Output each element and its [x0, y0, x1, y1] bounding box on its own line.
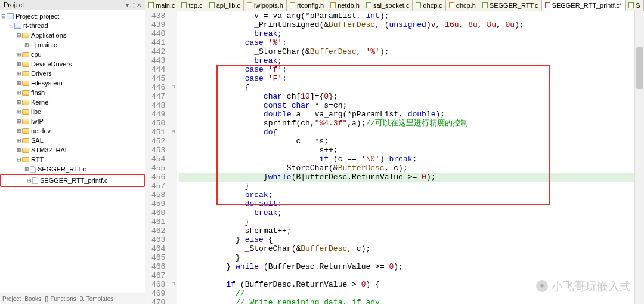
file-icon	[148, 2, 154, 8]
editor-tab[interactable]: tcp.c	[178, 0, 206, 11]
tree-item-label: Applications	[31, 32, 66, 39]
code-line[interactable]: }	[179, 182, 634, 191]
code-line[interactable]	[179, 271, 634, 280]
code-line[interactable]: default:	[179, 199, 634, 208]
file-icon	[416, 2, 421, 8]
code-line[interactable]: // Write remaining data, if any	[179, 298, 634, 304]
tab-functions[interactable]: {} Functions	[45, 296, 76, 302]
tree-item-label: SAL	[31, 137, 44, 144]
file-icon	[181, 2, 187, 8]
code-area: 4384394404414424434444454464474484494504…	[145, 11, 644, 304]
tree-item[interactable]: ⊞netdev	[0, 126, 145, 136]
sidebar-close-icon[interactable]: ✕	[137, 2, 141, 8]
code-line[interactable]: sprintf(ch,"%4.3f",a);//可以在这里进行精度的控制	[179, 119, 634, 128]
tree-item[interactable]: ⊞Filesystem	[0, 78, 145, 88]
code-line[interactable]: v = va_arg(*pParamList, int);	[179, 11, 634, 20]
sidebar-header: Project ▾ ⬚ ✕	[0, 0, 145, 10]
tree-item[interactable]: ⊟Applications	[0, 30, 145, 40]
tree-item-label: netdev	[31, 127, 51, 134]
code-line[interactable]: _PrintUnsigned(&BufferDesc, (unsigned)v,…	[179, 20, 634, 29]
editor-tab[interactable]: SEGGER_RTT.c	[479, 0, 542, 11]
tree-item[interactable]: ⊟RTT	[0, 155, 145, 164]
fold-gutter[interactable]: ⊟⊟⊟	[169, 11, 177, 304]
tree-item[interactable]: ⊞SEGGER_RTT.c	[0, 164, 145, 174]
editor-tabbar[interactable]: main.ctcp.capi_lib.clwipopts.hrtconfig.h…	[145, 0, 644, 11]
code-line[interactable]: if (BufferDesc.ReturnValue > 0) {	[179, 280, 634, 289]
sidebar-pin-icon[interactable]: ⬚	[130, 2, 135, 8]
tree-item[interactable]: ⊞main.c	[0, 40, 145, 50]
tree-item[interactable]: ⊟rt-thread	[0, 21, 145, 30]
code-line[interactable]: if (c == '\0') break;	[179, 155, 634, 164]
code-line[interactable]: break;	[179, 56, 634, 65]
code-line[interactable]: //	[179, 289, 634, 298]
code-line[interactable]: s++;	[179, 146, 634, 155]
editor-pane: main.ctcp.capi_lib.clwipopts.hrtconfig.h…	[145, 0, 644, 304]
file-icon	[449, 2, 454, 8]
code-line[interactable]: case 'F':	[179, 74, 634, 83]
editor-tab[interactable]: S	[626, 0, 643, 11]
tree-item-label: SEGGER_RTT.c	[38, 165, 86, 173]
tree-item[interactable]: ⊞finsh	[0, 88, 145, 97]
file-icon	[209, 2, 215, 8]
tree-item-label: STM32_HAL	[31, 146, 69, 153]
editor-tab[interactable]: SEGGER_RTT_printf.c*	[542, 0, 626, 11]
code-line[interactable]: {	[179, 83, 634, 92]
file-icon	[247, 2, 252, 8]
editor-tab[interactable]: dhcp.h	[446, 0, 479, 11]
tree-item[interactable]: ⊞Drivers	[0, 69, 145, 78]
tree-item-label: Project: project	[16, 13, 59, 20]
code-line[interactable]: c = *s;	[179, 137, 634, 146]
tree-item[interactable]: ⊟Project: project	[0, 11, 145, 21]
sidebar-dropdown-icon[interactable]: ▾	[126, 2, 129, 8]
code-line[interactable]: } else {	[179, 235, 634, 244]
code-line[interactable]: }while(B|ufferDesc.ReturnValue >= 0);	[179, 173, 634, 182]
editor-tab[interactable]: api_lib.c	[206, 0, 244, 11]
code-line[interactable]: const char * s=ch;	[179, 101, 634, 110]
code-line[interactable]: _StoreChar(&BufferDesc, c);	[179, 164, 634, 173]
code-line[interactable]: } while (BufferDesc.ReturnValue >= 0);	[179, 262, 634, 271]
tree-item[interactable]: ⊞lwIP	[0, 116, 145, 126]
file-icon	[628, 2, 634, 8]
file-icon	[482, 2, 488, 8]
editor-tab[interactable]: dhcp.c	[413, 0, 445, 11]
code-line[interactable]: _StoreChar(&BufferDesc, c);	[179, 244, 634, 253]
editor-tab[interactable]: lwipopts.h	[244, 0, 287, 11]
code-line[interactable]: break;	[179, 208, 634, 217]
vertical-scrollbar[interactable]	[634, 11, 644, 304]
editor-tab[interactable]: rtconfig.h	[287, 0, 327, 11]
code-line[interactable]: sFormat++;	[179, 226, 634, 235]
code-line[interactable]: _StoreChar(&BufferDesc, '%');	[179, 47, 634, 56]
tab-project[interactable]: Project	[2, 296, 21, 302]
tree-item-label: rt-thread	[23, 22, 48, 29]
code-line[interactable]: break;	[179, 29, 634, 38]
tab-templates[interactable]: 0. Templates	[80, 296, 114, 302]
tab-books[interactable]: Books	[24, 296, 41, 302]
sidebar-bottom-tabs[interactable]: Project Books {} Functions 0. Templates	[0, 293, 145, 304]
tree-item[interactable]: ⊞libc	[0, 107, 145, 116]
code-line[interactable]: do{	[179, 128, 634, 137]
project-tree[interactable]: ⊟Project: project⊟rt-thread⊟Applications…	[0, 10, 145, 293]
tree-item-label: Kernel	[31, 99, 50, 106]
code-line[interactable]: }	[179, 217, 634, 226]
editor-tab[interactable]: main.c	[145, 0, 178, 11]
tree-item[interactable]: ⊞SEGGER_RTT_printf.c	[2, 176, 143, 185]
code-line[interactable]: char ch[10]={0};	[179, 92, 634, 101]
tree-item[interactable]: ⊞STM32_HAL	[0, 145, 145, 155]
code-line[interactable]: double a = va_arg(*pParamList, double);	[179, 110, 634, 119]
sidebar-title: Project	[4, 1, 24, 8]
tree-item[interactable]: ⊞DeviceDrivers	[0, 59, 145, 69]
code-body[interactable]: v = va_arg(*pParamList, int); _PrintUnsi…	[177, 11, 634, 304]
code-line[interactable]: case '%':	[179, 38, 634, 47]
tree-item[interactable]: ⊞SAL	[0, 136, 145, 145]
tree-item[interactable]: ⊞cpu	[0, 50, 145, 59]
editor-tab[interactable]: sal_socket.c	[363, 0, 413, 11]
code-line[interactable]: }	[179, 253, 634, 262]
tree-item-label: Drivers	[31, 70, 52, 77]
code-line[interactable]: break;	[179, 191, 634, 199]
tree-item[interactable]: ⊞Kernel	[0, 97, 145, 107]
tree-item-label: SEGGER_RTT_printf.c	[40, 177, 108, 184]
scrollbar-thumb[interactable]	[636, 47, 643, 89]
code-line[interactable]: case 'f':	[179, 65, 634, 74]
tree-item-label: RTT	[31, 156, 44, 163]
editor-tab[interactable]: netdb.h	[327, 0, 363, 11]
